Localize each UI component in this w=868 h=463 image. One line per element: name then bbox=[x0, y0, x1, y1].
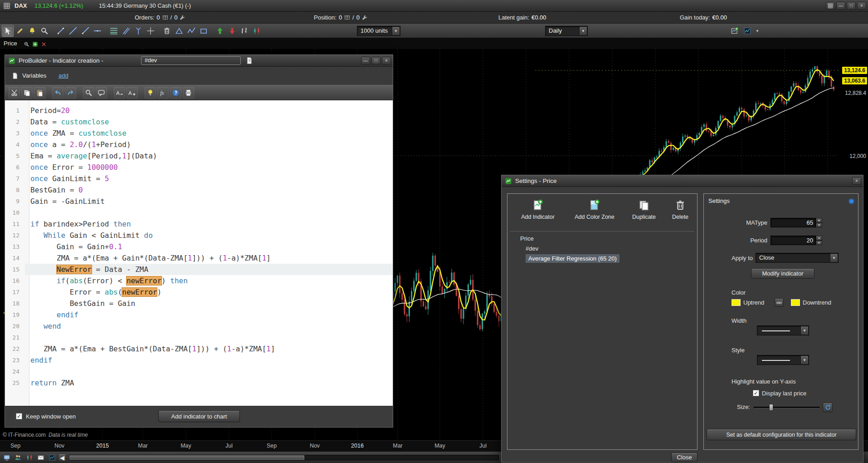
scroll-left-button[interactable]: ◀ bbox=[58, 453, 66, 462]
probuilder-titlebar[interactable]: ProBuilder - Indicator creation - #dev ?… bbox=[5, 55, 393, 67]
code-line-1[interactable]: 1Period=20 bbox=[5, 105, 393, 116]
chart-mini-button[interactable] bbox=[741, 25, 753, 37]
editor-font-minus-button[interactable]: A bbox=[114, 87, 125, 99]
indicator-tree-item[interactable]: Price bbox=[510, 234, 694, 244]
matype-input[interactable]: 65 bbox=[770, 218, 816, 227]
size-slider-track[interactable] bbox=[754, 407, 819, 409]
editor-redo-button[interactable] bbox=[65, 87, 76, 99]
close-red-button[interactable] bbox=[41, 40, 47, 47]
chart-mini-button[interactable] bbox=[48, 453, 56, 462]
indicator-enabled-dot[interactable] bbox=[849, 199, 853, 203]
tool-line[interactable] bbox=[67, 25, 79, 37]
editor-undo-button[interactable] bbox=[52, 87, 63, 99]
minimize-icon[interactable]: — bbox=[361, 57, 370, 64]
close-icon[interactable]: × bbox=[857, 2, 866, 10]
spin-down-icon[interactable]: ▼ bbox=[816, 223, 822, 228]
code-line-24[interactable]: 24 bbox=[5, 366, 393, 377]
tool-fork[interactable] bbox=[132, 25, 144, 37]
code-line-5[interactable]: 5Ema = average[Period,1](Data) bbox=[5, 150, 393, 162]
style-dropdown-arrow[interactable]: ▼ bbox=[800, 356, 808, 364]
period-input[interactable]: 20 bbox=[770, 236, 816, 245]
orders-table-icon[interactable] bbox=[162, 15, 168, 20]
editor-copy-button[interactable] bbox=[21, 87, 33, 99]
orders-settings-icon[interactable] bbox=[180, 15, 185, 20]
tool-cursor[interactable] bbox=[2, 25, 14, 37]
tool-triangle[interactable] bbox=[173, 25, 185, 37]
close-icon[interactable]: × bbox=[382, 57, 391, 64]
tool-hline[interactable] bbox=[92, 25, 103, 37]
code-line-10[interactable]: 10 bbox=[5, 207, 393, 218]
settings-close-button[interactable]: Close bbox=[671, 453, 697, 462]
editor-fx-button[interactable]: fx bbox=[157, 87, 169, 99]
code-line-18[interactable]: 18 BestGain = Gain bbox=[5, 298, 393, 309]
code-line-14[interactable]: 14 ZMA = a*(Ema + Gain*(Data-ZMA[1])) + … bbox=[5, 252, 393, 264]
code-line-9[interactable]: 9Gain = -GainLimit bbox=[5, 196, 393, 207]
tool-ray[interactable] bbox=[79, 25, 91, 37]
add-variable-link[interactable]: add bbox=[59, 72, 68, 79]
size-slider-thumb[interactable] bbox=[769, 404, 773, 411]
width-dropdown-arrow[interactable]: ▼ bbox=[800, 326, 808, 335]
matype-spinner[interactable]: ▲▼ bbox=[816, 218, 822, 227]
doc-help-icon[interactable]: ? bbox=[245, 57, 253, 64]
menu-icon[interactable] bbox=[3, 2, 10, 10]
candles-button[interactable] bbox=[25, 453, 34, 462]
editor-magnifier-button[interactable] bbox=[83, 87, 94, 99]
add-color-zone-button[interactable]: Add Color Zone bbox=[568, 197, 621, 227]
tool-zigzag[interactable] bbox=[185, 25, 197, 37]
code-line-17[interactable]: 17 Error = abs(newError) bbox=[5, 286, 393, 298]
chart-add-dropdown-arrow[interactable]: ▼ bbox=[754, 25, 761, 37]
tool-pencil[interactable] bbox=[14, 25, 26, 37]
add-indicator-to-chart-button[interactable]: Add indicator to chart bbox=[158, 410, 240, 422]
editor-print-button[interactable] bbox=[183, 87, 194, 99]
timeframe-selector[interactable]: Daily ▼ bbox=[545, 26, 588, 36]
period-spinner[interactable]: ▲▼ bbox=[816, 236, 822, 245]
people-button[interactable] bbox=[14, 453, 22, 462]
spin-up-icon[interactable]: ▲ bbox=[816, 236, 822, 241]
code-line-3[interactable]: 3once ZMA = customclose bbox=[5, 128, 393, 139]
tool-trash[interactable] bbox=[161, 25, 173, 37]
position-settings-icon[interactable] bbox=[362, 15, 368, 20]
link-colors-button[interactable] bbox=[775, 298, 784, 307]
code-line-22[interactable]: 22 ZMA = a*(Ema + BestGain*(Data-ZMA[1])… bbox=[5, 343, 393, 355]
size-reset-button[interactable] bbox=[823, 403, 833, 412]
code-line-2[interactable]: 2Data = customclose bbox=[5, 116, 393, 128]
tool-rect[interactable] bbox=[198, 25, 210, 37]
uptrend-color-swatch[interactable] bbox=[731, 299, 741, 306]
code-line-8[interactable]: 8BestGain = 0 bbox=[5, 184, 393, 196]
tool-fib[interactable] bbox=[108, 25, 120, 37]
tool-arrow-up[interactable] bbox=[214, 25, 226, 37]
downtrend-color-swatch[interactable] bbox=[791, 299, 800, 306]
minimize-icon[interactable]: — bbox=[836, 2, 845, 10]
code-line-11[interactable]: 11if barindex>Period then bbox=[5, 218, 393, 230]
plus-green-button[interactable] bbox=[32, 40, 38, 47]
indicator-tree-item[interactable]: Average Filter Regression (65 20) bbox=[510, 254, 694, 264]
maximize-icon[interactable]: □ bbox=[847, 2, 856, 10]
editor-help-button[interactable]: ? bbox=[170, 87, 181, 99]
spin-down-icon[interactable]: ▼ bbox=[816, 241, 822, 246]
tool-arrow-down[interactable] bbox=[226, 25, 238, 37]
apps-icon[interactable] bbox=[826, 2, 835, 10]
code-line-23[interactable]: 23endif bbox=[5, 355, 393, 366]
add-indicator-button[interactable]: Add Indicator bbox=[514, 197, 562, 227]
chart-scrollbar-thumb[interactable] bbox=[69, 455, 304, 460]
spin-up-icon[interactable]: ▲ bbox=[816, 218, 822, 223]
editor-paste-button[interactable] bbox=[34, 87, 45, 99]
code-line-13[interactable]: 13 Gain = Gain+0.1 bbox=[5, 241, 393, 252]
duplicate-button[interactable]: Duplicate bbox=[625, 197, 663, 227]
tool-candles[interactable] bbox=[251, 25, 263, 37]
code-line-20[interactable]: 20 wend bbox=[5, 320, 393, 332]
style-selector[interactable]: ▼ bbox=[757, 355, 809, 365]
code-line-12[interactable]: 12 While Gain < GainLimit do bbox=[5, 230, 393, 241]
tool-bars[interactable] bbox=[239, 25, 250, 37]
display-last-price-checkbox[interactable] bbox=[753, 390, 759, 396]
position-table-icon[interactable] bbox=[344, 15, 350, 20]
code-line-19[interactable]: 19 endif bbox=[5, 309, 393, 320]
code-line-15[interactable]: 15 NewError = Data - ZMA bbox=[5, 264, 393, 275]
mail-button[interactable] bbox=[37, 453, 45, 462]
tool-channel[interactable] bbox=[120, 25, 132, 37]
units-selector[interactable]: 1000 units ▼ bbox=[357, 26, 400, 36]
delete-button[interactable]: Delete bbox=[666, 197, 694, 227]
editor-comment-button[interactable] bbox=[96, 87, 107, 99]
applyto-selector[interactable]: Close ▼ bbox=[756, 253, 839, 263]
width-selector[interactable]: ▼ bbox=[757, 325, 809, 335]
